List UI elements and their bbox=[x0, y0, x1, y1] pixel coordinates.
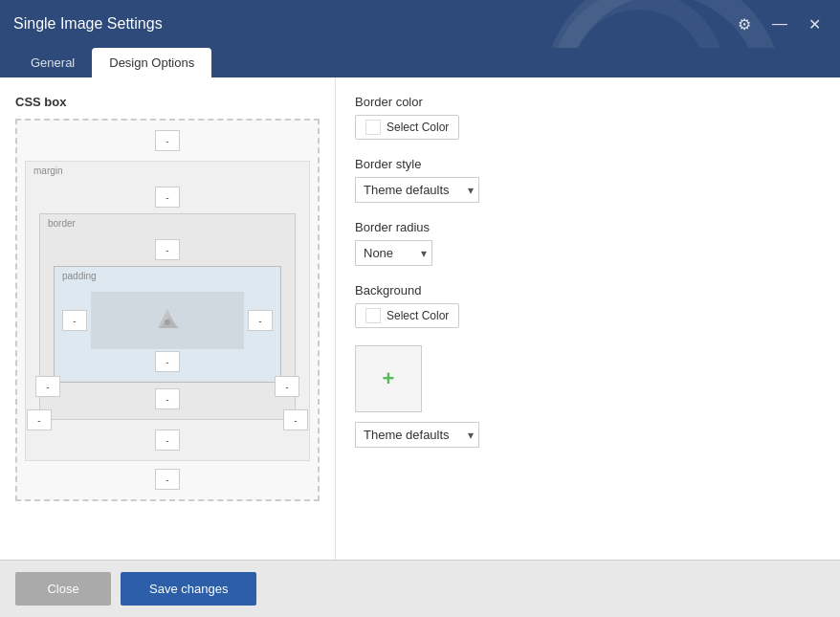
minimize-button[interactable]: — bbox=[766, 11, 793, 36]
border-color-label: Border color bbox=[355, 95, 821, 109]
border-color-group: Border color Select Color bbox=[355, 95, 821, 140]
theme-defaults-group: Theme defaults None Custom bbox=[355, 422, 821, 448]
padding-label: padding bbox=[62, 271, 97, 281]
border-right-input[interactable] bbox=[275, 376, 299, 397]
border-style-select[interactable]: Theme defaults None Solid Dashed Dotted bbox=[355, 177, 479, 203]
border-box: border padding bbox=[39, 213, 296, 420]
background-group: Background Select Color bbox=[355, 283, 821, 328]
close-window-button[interactable]: ✕ bbox=[803, 11, 827, 37]
tab-general[interactable]: General bbox=[13, 48, 92, 77]
padding-box: padding bbox=[54, 266, 281, 383]
border-radius-select[interactable]: None Small Medium Large Round bbox=[355, 240, 432, 266]
window-title: Single Image Settings bbox=[13, 15, 163, 33]
border-color-btn-label: Select Color bbox=[387, 121, 449, 134]
background-label: Background bbox=[355, 283, 821, 297]
add-image-box[interactable]: + bbox=[355, 345, 422, 412]
padding-right-input[interactable] bbox=[248, 310, 273, 331]
border-left-input[interactable] bbox=[35, 376, 60, 397]
border-style-label: Border style bbox=[355, 157, 821, 171]
tab-design-options[interactable]: Design Options bbox=[92, 48, 211, 77]
border-label: border bbox=[48, 218, 76, 229]
margin-bottom-input[interactable] bbox=[155, 469, 180, 490]
border-radius-label: Border radius bbox=[355, 220, 821, 234]
window-controls: ⚙ — ✕ bbox=[732, 11, 827, 37]
background-btn-label: Select Color bbox=[387, 309, 449, 322]
background-color-swatch bbox=[365, 308, 381, 323]
content-area bbox=[91, 292, 244, 349]
background-color-button[interactable]: Select Color bbox=[355, 303, 459, 328]
border-color-swatch bbox=[365, 120, 381, 135]
border-top-input[interactable] bbox=[155, 187, 180, 208]
left-panel: CSS box margin border bbox=[0, 77, 335, 560]
tabs-bar: General Design Options bbox=[0, 48, 840, 77]
margin-left-input[interactable] bbox=[27, 409, 52, 430]
margin-label: margin bbox=[33, 165, 63, 176]
content-icon bbox=[150, 303, 185, 338]
margin-top-input[interactable] bbox=[155, 130, 180, 151]
settings-button[interactable]: ⚙ bbox=[732, 11, 757, 37]
title-bar: Single Image Settings ⚙ — ✕ bbox=[0, 0, 840, 48]
border-radius-wrapper: None Small Medium Large Round bbox=[355, 240, 432, 266]
close-button[interactable]: Close bbox=[15, 572, 111, 606]
right-panel: Border color Select Color Border style T… bbox=[336, 77, 840, 560]
padding-bottom-input[interactable] bbox=[155, 351, 180, 372]
css-box-wrapper: margin border padding bbox=[15, 119, 320, 501]
padding-left-input[interactable] bbox=[62, 310, 87, 331]
border-bottom-input[interactable] bbox=[155, 388, 180, 409]
css-box-title: CSS box bbox=[15, 95, 320, 109]
border-radius-group: Border radius None Small Medium Large Ro… bbox=[355, 220, 821, 266]
theme-defaults-select[interactable]: Theme defaults None Custom bbox=[355, 422, 479, 448]
border-style-group: Border style Theme defaults None Solid D… bbox=[355, 157, 821, 203]
add-image-plus-icon: + bbox=[383, 366, 395, 391]
margin-right-input[interactable] bbox=[283, 409, 308, 430]
padding-top-input[interactable] bbox=[155, 239, 180, 260]
main-content: CSS box margin border bbox=[0, 77, 840, 560]
border-color-button[interactable]: Select Color bbox=[355, 115, 459, 140]
border-bottom2-input[interactable] bbox=[155, 430, 180, 451]
footer: Close Save changes bbox=[0, 560, 840, 617]
save-button[interactable]: Save changes bbox=[121, 572, 256, 606]
theme-defaults-wrapper: Theme defaults None Custom bbox=[355, 422, 479, 448]
border-style-wrapper: Theme defaults None Solid Dashed Dotted bbox=[355, 177, 479, 203]
